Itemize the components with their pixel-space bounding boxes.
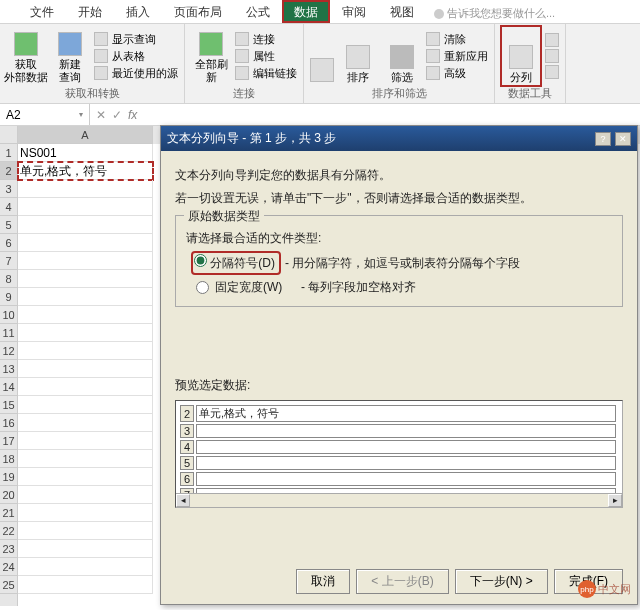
row-header-22[interactable]: 22 <box>0 522 17 540</box>
tab-data[interactable]: 数据 <box>282 0 330 23</box>
row-header-6[interactable]: 6 <box>0 234 17 252</box>
wizard-line2: 若一切设置无误，请单击"下一步"，否则请选择最合适的数据类型。 <box>175 190 623 207</box>
tab-file[interactable]: 文件 <box>18 0 66 23</box>
tab-formulas[interactable]: 公式 <box>234 0 282 23</box>
next-button[interactable]: 下一步(N) > <box>455 569 548 594</box>
row-header-7[interactable]: 7 <box>0 252 17 270</box>
new-query-button[interactable]: 新建 查询 <box>50 26 90 86</box>
cell-A11[interactable] <box>18 324 153 342</box>
row-header-2[interactable]: 2 <box>0 162 17 180</box>
sort-button[interactable]: 排序 <box>338 26 378 86</box>
column-header-A[interactable]: A <box>18 126 153 144</box>
tab-insert[interactable]: 插入 <box>114 0 162 23</box>
delimited-desc: - 用分隔字符，如逗号或制表符分隔每个字段 <box>285 255 520 272</box>
row-header-19[interactable]: 19 <box>0 468 17 486</box>
scroll-right-icon[interactable]: ▸ <box>608 494 622 507</box>
cell-A23[interactable] <box>18 540 153 558</box>
dialog-titlebar[interactable]: 文本分列向导 - 第 1 步，共 3 步 ? ✕ <box>161 126 637 151</box>
cancel-formula-icon[interactable]: ✕ <box>96 108 106 122</box>
cancel-button[interactable]: 取消 <box>296 569 350 594</box>
row-header-25[interactable]: 25 <box>0 576 17 594</box>
cell-A24[interactable] <box>18 558 153 576</box>
cell-A16[interactable] <box>18 414 153 432</box>
row-header-5[interactable]: 5 <box>0 216 17 234</box>
cell-A22[interactable] <box>18 522 153 540</box>
confirm-formula-icon[interactable]: ✓ <box>112 108 122 122</box>
cell-A3[interactable] <box>18 180 153 198</box>
clear-filter-button[interactable]: 清除 <box>426 32 488 47</box>
row-header-1[interactable]: 1 <box>0 144 17 162</box>
cell-A14[interactable] <box>18 378 153 396</box>
cell-A10[interactable] <box>18 306 153 324</box>
cell-A1[interactable]: NS001 <box>18 144 153 162</box>
cell-A17[interactable] <box>18 432 153 450</box>
row-header-14[interactable]: 14 <box>0 378 17 396</box>
row-header-16[interactable]: 16 <box>0 414 17 432</box>
cell-A2[interactable]: 单元,格式，符号 <box>18 162 153 180</box>
row-header-9[interactable]: 9 <box>0 288 17 306</box>
row-header-10[interactable]: 10 <box>0 306 17 324</box>
tab-home[interactable]: 开始 <box>66 0 114 23</box>
filter-button[interactable]: 筛选 <box>382 26 422 86</box>
cell-A19[interactable] <box>18 468 153 486</box>
cell-A6[interactable] <box>18 234 153 252</box>
tab-layout[interactable]: 页面布局 <box>162 0 234 23</box>
row-header-3[interactable]: 3 <box>0 180 17 198</box>
scroll-left-icon[interactable]: ◂ <box>176 494 190 507</box>
tab-view[interactable]: 视图 <box>378 0 426 23</box>
flash-fill-button[interactable] <box>545 33 559 47</box>
from-table-icon <box>94 49 108 63</box>
row-header-23[interactable]: 23 <box>0 540 17 558</box>
name-box[interactable]: A2 <box>0 104 90 125</box>
cell-A5[interactable] <box>18 216 153 234</box>
from-table-button[interactable]: 从表格 <box>94 49 178 64</box>
cell-A7[interactable] <box>18 252 153 270</box>
cell-A15[interactable] <box>18 396 153 414</box>
sort-asc-button[interactable] <box>310 26 334 86</box>
close-button[interactable]: ✕ <box>615 132 631 146</box>
reapply-button[interactable]: 重新应用 <box>426 49 488 64</box>
text-to-columns-icon <box>509 45 533 69</box>
help-button[interactable]: ? <box>595 132 611 146</box>
cell-A12[interactable] <box>18 342 153 360</box>
tab-review[interactable]: 审阅 <box>330 0 378 23</box>
cell-A25[interactable] <box>18 576 153 594</box>
advanced-filter-button[interactable]: 高级 <box>426 66 488 81</box>
fx-icon[interactable]: fx <box>128 108 137 122</box>
properties-button[interactable]: 属性 <box>235 49 297 64</box>
cell-A9[interactable] <box>18 288 153 306</box>
row-header-20[interactable]: 20 <box>0 486 17 504</box>
row-header-8[interactable]: 8 <box>0 270 17 288</box>
data-validation-button[interactable] <box>545 65 559 79</box>
cell-A8[interactable] <box>18 270 153 288</box>
row-header-13[interactable]: 13 <box>0 360 17 378</box>
row-header-15[interactable]: 15 <box>0 396 17 414</box>
cell-A18[interactable] <box>18 450 153 468</box>
row-header-18[interactable]: 18 <box>0 450 17 468</box>
row-header-24[interactable]: 24 <box>0 558 17 576</box>
get-external-data-button[interactable]: 获取 外部数据 <box>6 26 46 86</box>
cell-A21[interactable] <box>18 504 153 522</box>
preview-scrollbar[interactable]: ◂ ▸ <box>176 493 622 507</box>
select-all-corner[interactable] <box>0 126 17 144</box>
row-header-11[interactable]: 11 <box>0 324 17 342</box>
cell-A13[interactable] <box>18 360 153 378</box>
cell-A4[interactable] <box>18 198 153 216</box>
remove-dup-button[interactable] <box>545 49 559 63</box>
row-header-4[interactable]: 4 <box>0 198 17 216</box>
tell-me-input[interactable]: 告诉我您想要做什么... <box>426 0 563 23</box>
row-header-17[interactable]: 17 <box>0 432 17 450</box>
row-header-12[interactable]: 12 <box>0 342 17 360</box>
connections-button[interactable]: 连接 <box>235 32 297 47</box>
fixed-width-radio[interactable] <box>196 281 209 294</box>
row-header-21[interactable]: 21 <box>0 504 17 522</box>
delimited-radio[interactable] <box>194 254 207 267</box>
wizard-line1: 文本分列向导判定您的数据具有分隔符。 <box>175 167 623 184</box>
show-queries-button[interactable]: 显示查询 <box>94 32 178 47</box>
recent-sources-button[interactable]: 最近使用的源 <box>94 66 178 81</box>
back-button[interactable]: < 上一步(B) <box>356 569 448 594</box>
text-to-columns-button[interactable]: 分列 <box>501 26 541 86</box>
refresh-all-button[interactable]: 全部刷新 <box>191 26 231 86</box>
cell-A20[interactable] <box>18 486 153 504</box>
edit-links-button[interactable]: 编辑链接 <box>235 66 297 81</box>
